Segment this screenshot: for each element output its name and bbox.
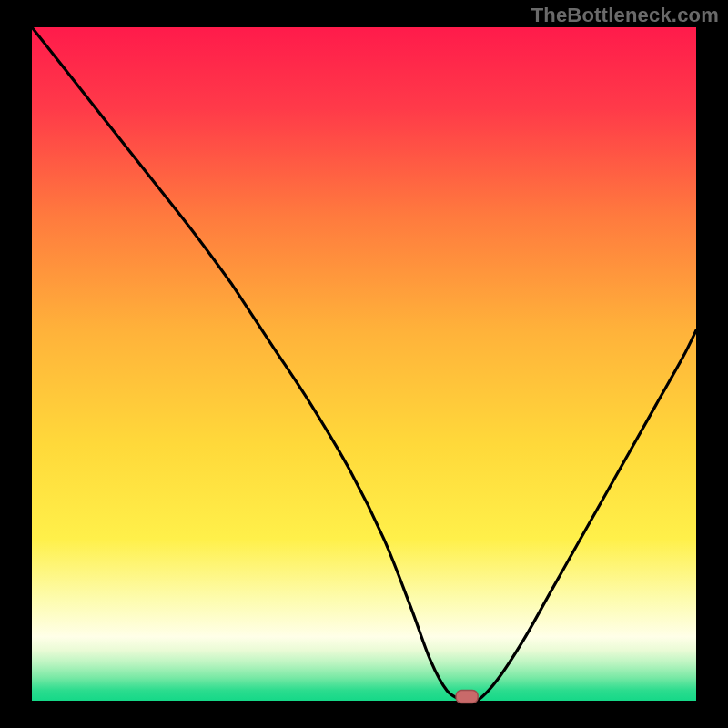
- chart-frame: TheBottleneck.com: [0, 0, 728, 728]
- optimum-marker: [456, 691, 478, 703]
- plot-background: [32, 27, 696, 701]
- bottleneck-chart: [0, 0, 728, 728]
- attribution-label: TheBottleneck.com: [531, 4, 719, 27]
